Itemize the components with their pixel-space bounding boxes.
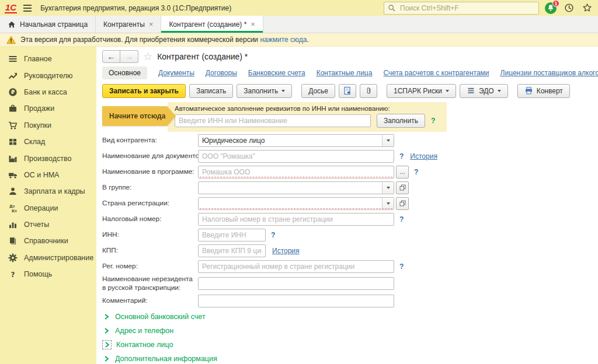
nonresident-name-input[interactable] <box>198 277 394 290</box>
nav-link-bankovskie-scheta[interactable]: Банковские счета <box>248 69 305 77</box>
help-icon[interactable]: ? <box>431 117 435 125</box>
start-here-arrow: Начните отсюда <box>102 106 176 126</box>
star-outline-icon[interactable]: ☆ <box>143 51 152 62</box>
reg-number-input[interactable] <box>198 260 394 273</box>
tab-kontragent-create[interactable]: Контрагент (создание) * × <box>161 16 263 33</box>
select-list-icon <box>399 200 406 207</box>
close-icon[interactable]: × <box>251 20 255 28</box>
help-icon[interactable]: ? <box>399 152 404 160</box>
notification-badge: 1 <box>552 0 559 7</box>
nav-link-dokumenty[interactable]: Документы <box>158 69 194 77</box>
notifications-button[interactable]: 1 <box>544 2 557 15</box>
section-main-bank-account[interactable]: Основной банковский счет <box>102 310 598 324</box>
chevron-right-icon <box>102 313 110 321</box>
help-icon[interactable]: ? <box>399 215 404 223</box>
hamburger-menu-icon[interactable] <box>22 4 33 13</box>
nav-link-licenzii[interactable]: Лицензии поставщиков алкогольной продукц… <box>500 69 598 77</box>
section-additional-info[interactable]: Дополнительная информация <box>102 352 598 364</box>
save-and-close-button[interactable]: Записать и закрыть <box>102 84 186 98</box>
fill-dropdown-button[interactable]: Заполнить <box>237 84 292 98</box>
sidebar-item-sklad[interactable]: Склад <box>0 134 96 150</box>
nav-tab-osnovnoe[interactable]: Основное <box>102 66 147 79</box>
form-content: ← → ☆ Контрагент (создание) * Основное Д… <box>96 47 598 364</box>
svg-text:₽: ₽ <box>11 89 15 95</box>
history-link[interactable]: История <box>410 152 437 160</box>
help-icon[interactable]: ? <box>271 231 275 239</box>
form-toolbar: Записать и закрыть Записать Заполнить До… <box>102 83 598 98</box>
chevron-right-icon <box>102 340 112 349</box>
sidebar-item-operacii[interactable]: Дт Кт Операции <box>0 200 96 216</box>
purchase-link[interactable]: нажмите сюда <box>260 36 307 44</box>
help-icon[interactable]: ? <box>414 168 418 176</box>
inn-input[interactable] <box>198 229 266 242</box>
sidebar-item-prodazhi[interactable]: Продажи <box>0 100 96 117</box>
attach-file-button[interactable] <box>360 84 377 98</box>
sidebar-item-label: Покупки <box>24 121 51 130</box>
sidebar-item-pomosch[interactable]: ? Помощь <box>0 266 96 282</box>
question-icon: ? <box>8 270 18 279</box>
search-input[interactable] <box>399 4 535 13</box>
dt-kt-icon: Дт Кт <box>8 204 18 213</box>
sidebar-item-spravochniki[interactable]: Справочники <box>0 233 96 249</box>
comment-input[interactable] <box>198 295 394 307</box>
help-icon[interactable]: ? <box>399 262 404 271</box>
kind-combobox[interactable]: Юридическое лицо <box>198 134 394 147</box>
chevron-right-icon <box>102 355 110 363</box>
global-search[interactable] <box>384 2 539 15</box>
chevron-down-icon[interactable] <box>382 135 394 146</box>
nav-link-dogovory[interactable]: Договоры <box>206 69 237 77</box>
sidebar-item-proizvodstvo[interactable]: Производство <box>0 150 96 166</box>
sidebar-item-administrirovanie[interactable]: Администрирование <box>0 250 96 266</box>
select-from-list-button[interactable] <box>396 181 409 194</box>
sidebar-item-pokupki[interactable]: Покупки <box>0 117 96 134</box>
autofill-callout: Начните отсюда Автоматическое заполнение… <box>102 102 598 130</box>
autofill-fill-button[interactable]: Заполнить <box>377 114 425 128</box>
tax-number-input[interactable] <box>198 213 394 226</box>
inn-or-name-input[interactable] <box>175 114 371 127</box>
tab-home[interactable]: Начальная страница <box>0 16 96 33</box>
group-combobox[interactable] <box>198 181 394 194</box>
books-icon <box>8 236 18 246</box>
chevron-down-icon[interactable] <box>382 198 394 209</box>
section-contact-person[interactable]: Контактное лицо <box>102 338 598 352</box>
envelope-print-button[interactable]: Конверт <box>517 84 570 98</box>
field-row-name-for-documents: Наименование для документов: ? История <box>102 148 598 164</box>
chevron-down-icon <box>498 90 501 92</box>
sidebar-item-bank-i-kassa[interactable]: ₽ Банк и касса <box>0 84 96 100</box>
history-link[interactable]: История <box>272 247 300 255</box>
tab-kontragenty[interactable]: Контрагенты × <box>96 16 161 33</box>
sidebar-item-rukovoditelyu[interactable]: Руководителю <box>0 67 96 83</box>
select-from-list-button[interactable] <box>396 197 409 210</box>
factory-icon <box>8 154 18 163</box>
sidebar-item-glavnoe[interactable]: Главное <box>0 51 96 67</box>
svg-text:Кт: Кт <box>12 208 17 213</box>
dossier-button[interactable]: Досье <box>301 84 335 98</box>
section-label: Контактное лицо <box>116 341 173 349</box>
name-in-program-input[interactable] <box>198 166 394 178</box>
printer-icon <box>524 86 533 95</box>
edo-dropdown-button[interactable]: ЭДО <box>460 84 508 98</box>
menu-lines-icon <box>8 54 18 64</box>
chevron-down-icon[interactable] <box>382 182 394 194</box>
autofill-panel: Автоматическое заполнение реквизитов по … <box>168 102 447 132</box>
country-combobox[interactable] <box>198 197 394 210</box>
sidebar-item-os-i-nma[interactable]: ОС и НМА <box>0 167 96 183</box>
nav-link-scheta-raschetov[interactable]: Счета расчетов с контрагентами <box>383 69 489 77</box>
section-address-phone[interactable]: Адрес и телефон <box>102 324 598 338</box>
forward-arrow-icon[interactable]: → <box>120 50 138 63</box>
history-button[interactable] <box>562 2 575 15</box>
save-button[interactable]: Записать <box>189 84 233 98</box>
back-arrow-icon[interactable]: ← <box>102 50 120 63</box>
document-send-button[interactable] <box>339 84 356 98</box>
section-label: Основной банковский счет <box>115 313 206 321</box>
spark-risks-dropdown-button[interactable]: 1СПАРК Риски <box>387 84 456 98</box>
close-icon[interactable]: × <box>149 20 154 28</box>
name-for-documents-input[interactable] <box>198 150 394 163</box>
sidebar-item-label: Администрирование <box>24 254 93 262</box>
favorites-button[interactable] <box>580 2 593 15</box>
more-options-button[interactable]: ... <box>396 166 409 178</box>
kpp-input[interactable] <box>198 244 266 257</box>
nav-link-kontaktnye-lica[interactable]: Контактные лица <box>317 69 373 77</box>
sidebar-item-zarplata-i-kadry[interactable]: Зарплата и кадры <box>0 183 96 200</box>
sidebar-item-otchety[interactable]: Отчеты <box>0 216 96 233</box>
